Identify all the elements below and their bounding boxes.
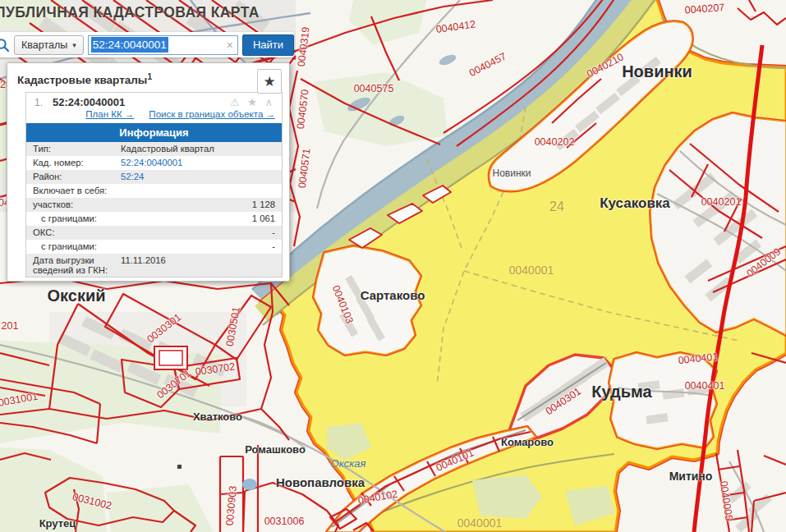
info-label: Кад. номер: xyxy=(33,158,121,168)
panel-title: Кадастровые кварталы1 xyxy=(17,74,152,86)
category-dropdown[interactable]: Кварталы ▾ xyxy=(14,35,84,55)
info-label: Тип: xyxy=(33,144,121,154)
result-card: 1. 52:24:0040001 ⚠ ★ ∧ План КК → Поиск в… xyxy=(25,92,283,277)
info-label: Район: xyxy=(33,172,121,182)
star-icon: ★ xyxy=(263,74,275,89)
favorites-button[interactable]: ★ xyxy=(257,69,282,94)
info-table: Тип:Кадастровый кварталКад. номер:52:24:… xyxy=(26,142,282,277)
info-header: Информация xyxy=(26,123,282,142)
info-value: 1 128 xyxy=(121,200,275,210)
star-icon[interactable]: ★ xyxy=(247,96,260,108)
panel-header: Кадастровые кварталы1 ★ xyxy=(7,63,289,90)
info-label: с границами: xyxy=(33,213,121,224)
info-value: - xyxy=(121,241,275,252)
item-index: 1. xyxy=(34,97,53,108)
info-row: Тип:Кадастровый квартал xyxy=(26,142,282,156)
info-row: с границами:1 061 xyxy=(26,212,282,226)
info-row: ОКС:- xyxy=(26,226,282,240)
search-icon[interactable] xyxy=(0,38,10,53)
chevron-down-icon: ▾ xyxy=(72,41,76,49)
info-label: Дата выгрузки сведений из ГКН: xyxy=(33,255,121,275)
app: 004041200402070040210Новинки004045700405… xyxy=(0,0,786,532)
info-value: 1 061 xyxy=(121,213,275,224)
item-links: План КК → Поиск в границах объекта → xyxy=(26,108,282,123)
info-row: Дата выгрузки сведений из ГКН:11.11.2016 xyxy=(26,254,282,277)
info-row: Район:52:24 xyxy=(26,170,282,184)
info-label: Включает в себя: xyxy=(33,186,121,196)
info-value-link[interactable]: 52:24 xyxy=(121,172,275,182)
info-row: Включает в себя: xyxy=(26,184,282,198)
info-row: Кад. номер:52:24:0040001 xyxy=(26,156,282,170)
plan-kk-link[interactable]: План КК → xyxy=(85,109,134,119)
site-title: ПУБЛИЧНАЯ КАДАСТРОВАЯ КАРТА xyxy=(0,4,260,21)
info-label: участков: xyxy=(33,200,121,210)
info-row: участков:1 128 xyxy=(26,198,282,212)
search-button[interactable]: Найти xyxy=(242,34,294,56)
category-label: Кварталы xyxy=(21,39,67,51)
info-value xyxy=(121,186,275,196)
search-in-bounds-link[interactable]: Поиск в границах объекта → xyxy=(149,109,275,119)
info-label: ОКС: xyxy=(33,227,121,238)
clear-icon[interactable]: × xyxy=(227,39,233,52)
info-value: Кадастровый квартал xyxy=(121,144,275,154)
search-input-value: 52:24:0040001 xyxy=(91,37,168,53)
warning-icon: ⚠ xyxy=(230,96,242,108)
result-item-row[interactable]: 1. 52:24:0040001 ⚠ ★ ∧ xyxy=(26,93,282,108)
results-panel: Кадастровые кварталы1 ★ 1. 52:24:0040001… xyxy=(7,62,290,282)
collapse-icon[interactable]: ∧ xyxy=(264,96,275,108)
search-input[interactable]: 52:24:0040001 × xyxy=(88,35,238,55)
info-value: 11.11.2016 xyxy=(121,255,275,275)
info-label: с границами: xyxy=(33,241,121,252)
info-value: - xyxy=(121,227,275,238)
info-row: с границами:- xyxy=(26,240,282,254)
item-icons: ⚠ ★ ∧ xyxy=(230,96,275,108)
search-bar: Кварталы ▾ 52:24:0040001 × Найти xyxy=(0,32,294,57)
info-value-link[interactable]: 52:24:0040001 xyxy=(121,158,275,168)
item-id: 52:24:0040001 xyxy=(53,96,125,108)
